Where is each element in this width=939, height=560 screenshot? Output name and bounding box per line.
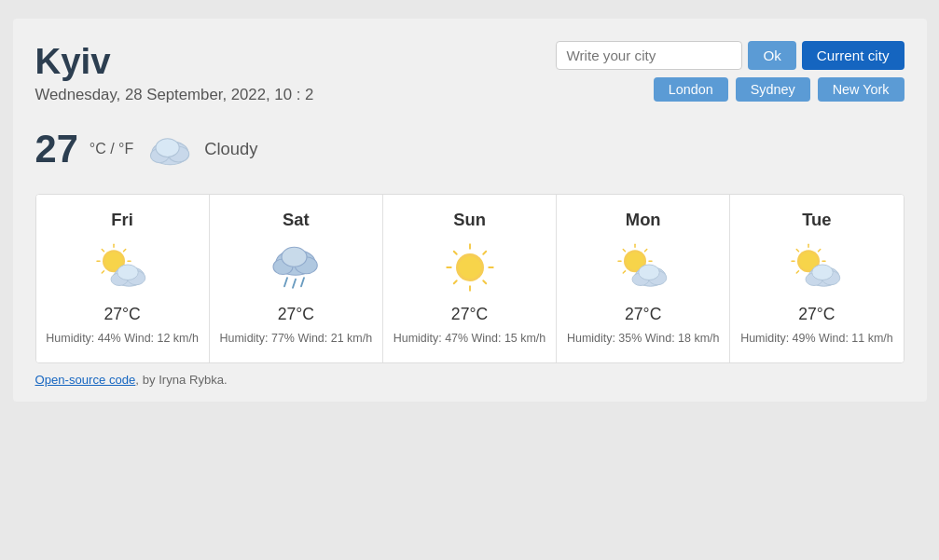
forecast-icon-mon xyxy=(615,239,671,295)
svg-point-26 xyxy=(459,256,481,279)
date-time: Wednesday, 28 September, 2022, 10 : 2 xyxy=(35,86,314,104)
forecast-day-sun: Sun xyxy=(393,210,546,230)
search-area: Ok Current city London Sydney New York xyxy=(556,41,904,102)
open-source-link[interactable]: Open-source code xyxy=(35,373,136,387)
forecast-temp-mon: 27°C xyxy=(566,305,720,324)
header-row: Kyiv Wednesday, 28 September, 2022, 10 :… xyxy=(35,41,904,104)
forecast-day-sat: Sat xyxy=(219,210,373,230)
city-name: Kyiv xyxy=(35,41,314,82)
forecast-day-fri: Fri xyxy=(46,210,200,230)
forecast-temp-sun: 27°C xyxy=(393,305,546,324)
forecast-card-mon: Mon 27°C Humidity: 35% Wind: 18 km/h xyxy=(557,195,730,362)
svg-line-10 xyxy=(102,250,104,252)
forecast-temp-tue: 27°C xyxy=(739,305,893,324)
forecast-detail-mon: Humidity: 35% Wind: 18 km/h xyxy=(566,330,720,348)
current-city-button[interactable]: Current city xyxy=(802,41,904,70)
forecast-icon-tue xyxy=(789,239,845,295)
forecast-icon-fri xyxy=(94,239,150,295)
sydney-button[interactable]: Sydney xyxy=(736,77,810,102)
current-temp: 27 xyxy=(35,127,78,171)
temp-units: °C / °F xyxy=(90,141,133,157)
forecast-day-tue: Tue xyxy=(739,210,893,230)
app-container: Kyiv Wednesday, 28 September, 2022, 10 :… xyxy=(13,19,927,402)
forecast-card-sat: Sat 27°C Humidity: 77% Wind: 21 km/h xyxy=(210,195,383,362)
svg-line-24 xyxy=(301,278,304,286)
forecast-card-tue: Tue 27°C Humidity: 49% Wind: 11 km/h xyxy=(730,195,903,362)
svg-line-22 xyxy=(284,278,287,286)
svg-line-34 xyxy=(453,280,456,283)
search-row: Ok Current city xyxy=(556,41,904,70)
svg-line-41 xyxy=(623,250,625,252)
city-info: Kyiv Wednesday, 28 September, 2022, 10 :… xyxy=(35,41,314,104)
city-search-input[interactable] xyxy=(556,41,742,70)
svg-line-44 xyxy=(623,271,625,273)
forecast-temp-fri: 27°C xyxy=(46,305,200,324)
footer-text: , by Iryna Rybka. xyxy=(135,373,227,387)
forecast-card-fri: Fri 27°C Humidity: 44% xyxy=(36,195,210,362)
svg-line-55 xyxy=(796,250,798,252)
svg-line-57 xyxy=(818,250,820,252)
svg-line-23 xyxy=(293,280,296,288)
svg-line-43 xyxy=(644,250,646,252)
forecast-detail-sun: Humidity: 47% Wind: 15 km/h xyxy=(393,330,546,348)
london-button[interactable]: London xyxy=(654,77,728,102)
svg-line-32 xyxy=(483,280,486,283)
newyork-button[interactable]: New York xyxy=(818,77,904,102)
svg-line-33 xyxy=(483,252,486,254)
svg-point-62 xyxy=(812,265,834,280)
forecast-icon-sun xyxy=(442,239,498,295)
svg-line-58 xyxy=(796,271,798,273)
forecast-section: Fri 27°C Humidity: 44% xyxy=(35,194,904,363)
forecast-detail-tue: Humidity: 49% Wind: 11 km/h xyxy=(739,330,893,348)
forecast-detail-sat: Humidity: 77% Wind: 21 km/h xyxy=(219,330,373,348)
ok-button[interactable]: Ok xyxy=(748,41,795,70)
svg-point-3 xyxy=(156,139,179,157)
current-description: Cloudy xyxy=(204,139,257,159)
svg-point-21 xyxy=(282,247,307,266)
svg-line-12 xyxy=(124,250,126,252)
svg-point-17 xyxy=(117,265,139,280)
svg-line-13 xyxy=(102,271,104,273)
quick-cities: London Sydney New York xyxy=(654,77,904,102)
forecast-icon-sat xyxy=(268,239,324,295)
forecast-day-mon: Mon xyxy=(566,210,720,230)
forecast-card-sun: Sun 27°C Humidity: 47% Wind: 15 km/h xyxy=(383,195,557,362)
svg-line-31 xyxy=(453,252,456,254)
forecast-temp-sat: 27°C xyxy=(219,305,373,324)
current-weather-icon xyxy=(143,123,195,175)
current-weather: 27 °C / °F Cloudy xyxy=(35,123,904,175)
footer: Open-source code, by Iryna Rybka. xyxy=(35,373,904,387)
svg-point-48 xyxy=(638,265,659,280)
forecast-detail-fri: Humidity: 44% Wind: 12 km/h xyxy=(46,330,200,348)
